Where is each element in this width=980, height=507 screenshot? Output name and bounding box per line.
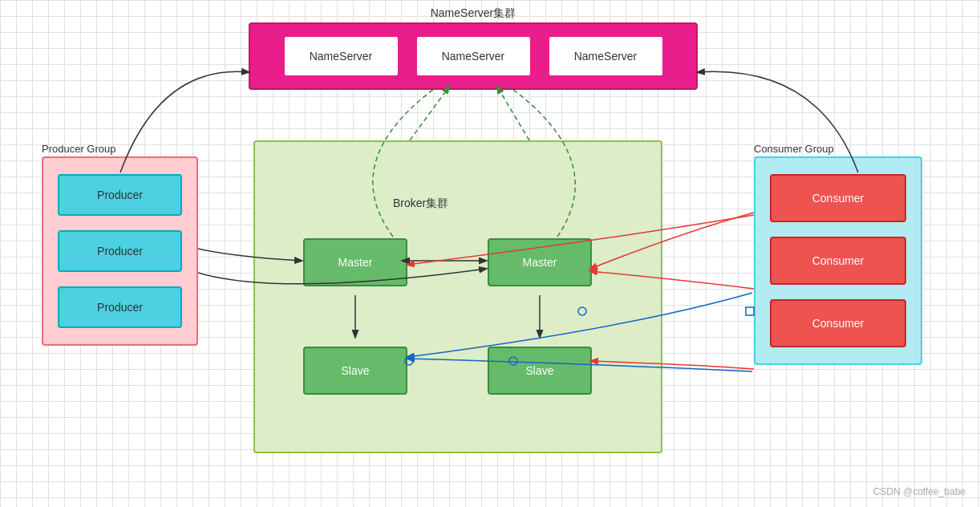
- broker-master-right: Master: [488, 238, 592, 286]
- consumer-group-label: Consumer Group: [754, 143, 834, 155]
- watermark: CSDN @coffee_babe: [873, 486, 966, 497]
- nameserver-cluster: NameServer NameServer NameServer: [249, 22, 698, 90]
- nameserver-cluster-label: NameServer集群: [249, 6, 698, 21]
- broker-slave-right: Slave: [488, 347, 592, 395]
- producer-group: Producer Producer Producer: [42, 156, 198, 346]
- consumer-box-2: Consumer: [770, 237, 906, 285]
- consumer-group: Consumer Consumer Consumer: [754, 156, 922, 365]
- producer-box-3: Producer: [58, 286, 182, 328]
- broker-master-left: Master: [303, 238, 407, 286]
- svg-rect-3: [746, 307, 754, 315]
- broker-slave-left: Slave: [303, 347, 407, 395]
- consumer-box-1: Consumer: [770, 174, 906, 222]
- broker-cluster-label: Broker集群: [393, 197, 448, 211]
- consumer-box-3: Consumer: [770, 299, 906, 347]
- producer-box-2: Producer: [58, 230, 182, 272]
- nameserver-box-1: NameServer: [283, 35, 399, 77]
- nameserver-box-2: NameServer: [415, 35, 532, 77]
- broker-cluster: Master Slave Master Slave: [253, 140, 662, 453]
- producer-box-1: Producer: [58, 174, 182, 216]
- producer-group-label: Producer Group: [42, 143, 116, 155]
- nameserver-box-3: NameServer: [548, 35, 664, 77]
